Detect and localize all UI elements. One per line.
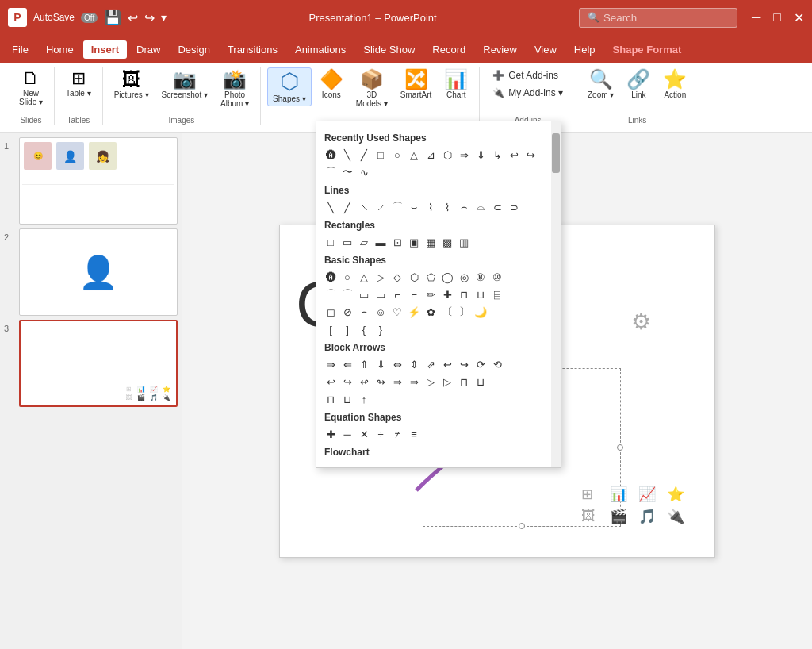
shape-item[interactable]: { bbox=[356, 321, 372, 337]
shape-item[interactable]: ⬠ bbox=[423, 269, 439, 285]
shape-item[interactable]: ↪ bbox=[339, 374, 355, 390]
search-box[interactable]: 🔍 bbox=[579, 8, 737, 28]
placeholder-3d-icon[interactable]: ⭐ bbox=[667, 486, 691, 503]
shape-item[interactable]: ⌐ bbox=[406, 286, 422, 302]
shape-item[interactable]: 🅐 bbox=[323, 269, 339, 285]
menu-design[interactable]: Design bbox=[170, 40, 217, 59]
shape-item[interactable]: ✏ bbox=[423, 286, 439, 302]
shape-item[interactable]: ⇓ bbox=[373, 356, 389, 372]
shape-item[interactable]: ◎ bbox=[456, 269, 472, 285]
shape-item[interactable]: ○ bbox=[389, 147, 405, 163]
autosave-toggle[interactable]: Off bbox=[81, 13, 98, 23]
shape-item[interactable]: ⇓ bbox=[473, 147, 488, 163]
shape-item[interactable]: ⌒ bbox=[339, 286, 355, 302]
shape-item[interactable]: ▷ bbox=[423, 374, 439, 390]
shape-item[interactable]: ▱ bbox=[356, 234, 372, 250]
shape-item[interactable]: ⟲ bbox=[489, 356, 505, 372]
shape-item[interactable]: ↩ bbox=[506, 147, 522, 163]
slide-preview-1[interactable]: 😊 👤 👧 bbox=[19, 137, 178, 225]
shape-item[interactable]: ⌒ bbox=[389, 199, 405, 215]
zoom-button[interactable]: 🔍 Zoom ▾ bbox=[583, 67, 619, 102]
menu-help[interactable]: Help bbox=[566, 40, 603, 59]
my-addins-button[interactable]: 🔌 My Add-ins ▾ bbox=[486, 85, 569, 101]
shape-item[interactable]: ⊘ bbox=[339, 304, 355, 320]
shape-item[interactable]: ✚ bbox=[323, 426, 339, 442]
pictures-button[interactable]: 🖼 Pictures ▾ bbox=[109, 67, 154, 102]
shape-item[interactable]: ≡ bbox=[406, 426, 422, 442]
shape-item[interactable]: ⇔ bbox=[389, 356, 405, 372]
shape-item[interactable]: ▭ bbox=[356, 286, 372, 302]
shape-item[interactable]: 〔 bbox=[439, 304, 455, 320]
shape-item[interactable]: □ bbox=[323, 234, 339, 250]
shape-item[interactable]: ▷ bbox=[439, 374, 455, 390]
slide-preview-3[interactable]: ⊞ 📊 📈 ⭐ 🖼 🎬 🎵 🔌 bbox=[19, 320, 178, 407]
menu-animations[interactable]: Animations bbox=[287, 40, 354, 59]
shape-item[interactable]: ⬡ bbox=[439, 147, 455, 163]
shape-item[interactable]: ▭ bbox=[373, 286, 389, 302]
shape-item[interactable]: ⌇ bbox=[439, 199, 455, 215]
shape-item[interactable]: ↪ bbox=[456, 356, 472, 372]
menu-draw[interactable]: Draw bbox=[128, 40, 168, 59]
shape-item[interactable]: △ bbox=[356, 269, 372, 285]
shape-item[interactable]: ▩ bbox=[439, 234, 455, 250]
shape-item[interactable]: ⟍ bbox=[356, 199, 372, 215]
placeholder-chart-icon[interactable]: 📊 bbox=[610, 486, 634, 503]
shape-item[interactable]: ⌇ bbox=[423, 199, 439, 215]
scrollbar-thumb[interactable] bbox=[552, 133, 560, 173]
shape-item[interactable]: ∿ bbox=[356, 164, 372, 180]
shape-item[interactable]: ↬ bbox=[373, 374, 389, 390]
shape-item[interactable]: ↪ bbox=[523, 147, 538, 163]
undo-icon[interactable]: ↩ bbox=[128, 10, 138, 25]
redo-icon[interactable]: ↪ bbox=[144, 10, 155, 25]
shape-item[interactable]: ⑧ bbox=[473, 269, 488, 285]
shape-item[interactable]: ✕ bbox=[356, 426, 372, 442]
shape-item[interactable]: ↳ bbox=[489, 147, 505, 163]
new-slide-button[interactable]: 🗋 NewSlide ▾ bbox=[14, 67, 48, 109]
menu-insert[interactable]: Insert bbox=[83, 40, 127, 59]
slide-thumb-1[interactable]: 1 😊 👤 👧 bbox=[4, 137, 178, 225]
close-button[interactable]: ✕ bbox=[794, 10, 804, 25]
menu-view[interactable]: View bbox=[527, 40, 565, 59]
menu-file[interactable]: File bbox=[4, 40, 36, 59]
shape-item[interactable]: ⊿ bbox=[423, 147, 439, 163]
shape-item[interactable]: ⌢ bbox=[456, 199, 472, 215]
shape-item[interactable]: ] bbox=[339, 321, 355, 337]
shape-item[interactable]: ⇒ bbox=[323, 356, 339, 372]
shape-item[interactable]: ⌒ bbox=[323, 164, 339, 180]
shape-item[interactable]: ☺ bbox=[373, 304, 389, 320]
shape-item[interactable]: ◻ bbox=[323, 304, 339, 320]
slide-thumb-3[interactable]: 3 ⊞ 📊 📈 ⭐ 🖼 🎬 🎵 🔌 bbox=[4, 320, 178, 407]
shape-item[interactable]: ✚ bbox=[439, 286, 455, 302]
shape-item[interactable]: 🌙 bbox=[473, 304, 488, 320]
shape-item[interactable]: ▬ bbox=[373, 234, 389, 250]
placeholder-table-icon[interactable]: ⊞ bbox=[581, 486, 605, 503]
menu-review[interactable]: Review bbox=[475, 40, 525, 59]
shape-item[interactable]: [ bbox=[323, 321, 339, 337]
photo-album-button[interactable]: 📸 PhotoAlbum ▾ bbox=[216, 67, 254, 110]
shape-item[interactable]: ⇐ bbox=[339, 356, 355, 372]
placeholder-smartart-icon[interactable]: 📈 bbox=[638, 486, 662, 503]
shape-item[interactable]: ⌓ bbox=[473, 199, 488, 215]
shape-item[interactable]: ⊓ bbox=[456, 286, 472, 302]
shape-item[interactable]: △ bbox=[406, 147, 422, 163]
shape-item[interactable]: ╲ bbox=[323, 199, 339, 215]
shape-item[interactable]: ⊂ bbox=[489, 199, 505, 215]
shape-item[interactable]: ◇ bbox=[389, 269, 405, 285]
shape-item[interactable]: ≠ bbox=[389, 426, 405, 442]
shape-item[interactable]: ↩ bbox=[439, 356, 455, 372]
shape-item[interactable]: ⇗ bbox=[423, 356, 439, 372]
shape-item[interactable]: ⊓ bbox=[323, 391, 339, 407]
shape-item[interactable]: ╲ bbox=[339, 147, 355, 163]
shape-item[interactable]: ▦ bbox=[423, 234, 439, 250]
search-input[interactable] bbox=[603, 12, 722, 24]
placeholder-video-icon[interactable]: 🎬 bbox=[610, 508, 634, 525]
shape-item[interactable]: ⌐ bbox=[389, 286, 405, 302]
chart-button[interactable]: 📊 Chart bbox=[439, 67, 473, 102]
3d-models-button[interactable]: 📦 3DModels ▾ bbox=[351, 67, 393, 110]
shape-item[interactable]: ⟋ bbox=[373, 199, 389, 215]
shape-item[interactable]: ─ bbox=[339, 426, 355, 442]
screenshot-button[interactable]: 📷 Screenshot ▾ bbox=[157, 67, 213, 102]
shape-item[interactable]: ⊔ bbox=[473, 286, 488, 302]
shape-item[interactable]: ⊔ bbox=[339, 391, 355, 407]
shape-item[interactable]: ⚡ bbox=[406, 304, 422, 320]
